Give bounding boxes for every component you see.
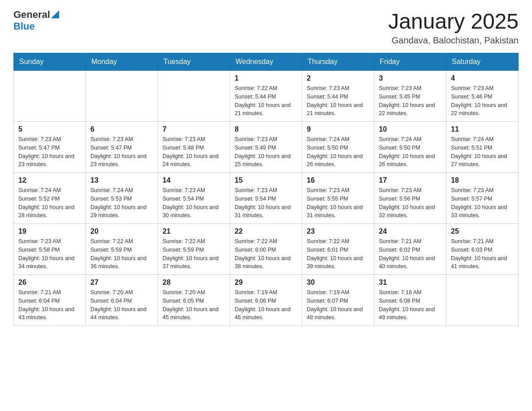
weekday-header-row: SundayMondayTuesdayWednesdayThursdayFrid… [14, 53, 519, 71]
day-number: 8 [235, 125, 297, 133]
day-number: 11 [451, 125, 514, 133]
calendar-cell: 29Sunrise: 7:19 AM Sunset: 6:06 PM Dayli… [230, 275, 302, 326]
calendar-cell: 2Sunrise: 7:23 AM Sunset: 5:44 PM Daylig… [302, 71, 374, 122]
calendar-cell: 10Sunrise: 7:24 AM Sunset: 5:50 PM Dayli… [374, 122, 446, 173]
day-number: 31 [379, 278, 442, 287]
calendar-cell: 12Sunrise: 7:24 AM Sunset: 5:52 PM Dayli… [14, 173, 86, 224]
day-info: Sunrise: 7:24 AM Sunset: 5:50 PM Dayligh… [379, 135, 442, 169]
weekday-header-friday: Friday [374, 53, 446, 71]
day-info: Sunrise: 7:23 AM Sunset: 5:57 PM Dayligh… [451, 186, 514, 220]
day-number: 26 [18, 278, 81, 287]
day-number: 6 [90, 125, 153, 133]
day-info: Sunrise: 7:21 AM Sunset: 6:03 PM Dayligh… [451, 237, 514, 271]
calendar-cell: 17Sunrise: 7:23 AM Sunset: 5:56 PM Dayli… [374, 173, 446, 224]
weekday-header-wednesday: Wednesday [230, 53, 302, 71]
day-number: 27 [90, 278, 153, 287]
calendar-cell [14, 71, 86, 122]
day-number: 29 [235, 278, 297, 287]
day-number: 7 [163, 125, 225, 133]
day-info: Sunrise: 7:19 AM Sunset: 6:06 PM Dayligh… [235, 288, 297, 322]
day-info: Sunrise: 7:24 AM Sunset: 5:51 PM Dayligh… [451, 135, 514, 169]
logo-blue-text: Blue [13, 21, 35, 32]
day-info: Sunrise: 7:22 AM Sunset: 6:00 PM Dayligh… [235, 237, 297, 271]
day-number: 20 [90, 227, 153, 235]
calendar-cell: 26Sunrise: 7:21 AM Sunset: 6:04 PM Dayli… [14, 275, 86, 326]
day-number: 25 [451, 227, 514, 235]
calendar-cell: 7Sunrise: 7:23 AM Sunset: 5:48 PM Daylig… [158, 122, 230, 173]
svg-marker-0 [51, 10, 59, 18]
day-info: Sunrise: 7:24 AM Sunset: 5:52 PM Dayligh… [18, 186, 81, 220]
day-info: Sunrise: 7:23 AM Sunset: 5:54 PM Dayligh… [163, 186, 225, 220]
calendar-cell: 5Sunrise: 7:23 AM Sunset: 5:47 PM Daylig… [14, 122, 86, 173]
day-info: Sunrise: 7:23 AM Sunset: 5:45 PM Dayligh… [379, 84, 442, 118]
day-number: 12 [18, 176, 81, 184]
day-info: Sunrise: 7:22 AM Sunset: 5:59 PM Dayligh… [163, 237, 225, 271]
weekday-header-sunday: Sunday [14, 53, 86, 71]
day-number: 1 [235, 74, 297, 82]
weekday-header-saturday: Saturday [446, 53, 519, 71]
day-info: Sunrise: 7:21 AM Sunset: 6:04 PM Dayligh… [18, 288, 81, 322]
calendar-cell: 20Sunrise: 7:22 AM Sunset: 5:59 PM Dayli… [86, 224, 158, 275]
calendar-cell: 25Sunrise: 7:21 AM Sunset: 6:03 PM Dayli… [446, 224, 519, 275]
calendar-week-row: 5Sunrise: 7:23 AM Sunset: 5:47 PM Daylig… [14, 122, 519, 173]
weekday-header-monday: Monday [86, 53, 158, 71]
day-number: 16 [307, 176, 369, 184]
calendar-cell [158, 71, 230, 122]
day-info: Sunrise: 7:23 AM Sunset: 5:58 PM Dayligh… [18, 237, 81, 271]
calendar-cell: 31Sunrise: 7:18 AM Sunset: 6:08 PM Dayli… [374, 275, 446, 326]
day-info: Sunrise: 7:22 AM Sunset: 6:01 PM Dayligh… [307, 237, 369, 271]
day-number: 4 [451, 74, 514, 82]
month-title: January 2025 [388, 9, 519, 34]
day-number: 15 [235, 176, 297, 184]
calendar-cell: 28Sunrise: 7:20 AM Sunset: 6:05 PM Dayli… [158, 275, 230, 326]
day-info: Sunrise: 7:20 AM Sunset: 6:04 PM Dayligh… [90, 288, 153, 322]
calendar-cell: 13Sunrise: 7:24 AM Sunset: 5:53 PM Dayli… [86, 173, 158, 224]
calendar-cell [446, 275, 519, 326]
day-info: Sunrise: 7:22 AM Sunset: 5:44 PM Dayligh… [235, 84, 297, 118]
day-info: Sunrise: 7:24 AM Sunset: 5:50 PM Dayligh… [307, 135, 369, 169]
day-number: 24 [379, 227, 442, 235]
logo: General Blue [13, 9, 59, 32]
weekday-header-tuesday: Tuesday [158, 53, 230, 71]
day-number: 21 [163, 227, 225, 235]
day-number: 18 [451, 176, 514, 184]
day-info: Sunrise: 7:23 AM Sunset: 5:55 PM Dayligh… [307, 186, 369, 220]
calendar-cell: 16Sunrise: 7:23 AM Sunset: 5:55 PM Dayli… [302, 173, 374, 224]
calendar-cell: 3Sunrise: 7:23 AM Sunset: 5:45 PM Daylig… [374, 71, 446, 122]
calendar-cell: 22Sunrise: 7:22 AM Sunset: 6:00 PM Dayli… [230, 224, 302, 275]
day-info: Sunrise: 7:23 AM Sunset: 5:54 PM Dayligh… [235, 186, 297, 220]
calendar-cell: 19Sunrise: 7:23 AM Sunset: 5:58 PM Dayli… [14, 224, 86, 275]
day-info: Sunrise: 7:20 AM Sunset: 6:05 PM Dayligh… [163, 288, 225, 322]
day-number: 3 [379, 74, 442, 82]
day-number: 30 [307, 278, 369, 287]
calendar-cell: 30Sunrise: 7:19 AM Sunset: 6:07 PM Dayli… [302, 275, 374, 326]
day-info: Sunrise: 7:23 AM Sunset: 5:48 PM Dayligh… [163, 135, 225, 169]
calendar-cell: 11Sunrise: 7:24 AM Sunset: 5:51 PM Dayli… [446, 122, 519, 173]
day-info: Sunrise: 7:18 AM Sunset: 6:08 PM Dayligh… [379, 288, 442, 322]
page-header: General Blue January 2025 Gandava, Baloc… [13, 9, 519, 46]
day-info: Sunrise: 7:23 AM Sunset: 5:56 PM Dayligh… [379, 186, 442, 220]
calendar-cell: 21Sunrise: 7:22 AM Sunset: 5:59 PM Dayli… [158, 224, 230, 275]
day-number: 17 [379, 176, 442, 184]
day-number: 23 [307, 227, 369, 235]
day-number: 5 [18, 125, 81, 133]
calendar-table: SundayMondayTuesdayWednesdayThursdayFrid… [13, 53, 519, 326]
location-subtitle: Gandava, Balochistan, Pakistan [388, 35, 519, 46]
calendar-cell: 8Sunrise: 7:23 AM Sunset: 5:49 PM Daylig… [230, 122, 302, 173]
calendar-cell: 4Sunrise: 7:23 AM Sunset: 5:46 PM Daylig… [446, 71, 519, 122]
calendar-cell: 6Sunrise: 7:23 AM Sunset: 5:47 PM Daylig… [86, 122, 158, 173]
calendar-week-row: 26Sunrise: 7:21 AM Sunset: 6:04 PM Dayli… [14, 275, 519, 326]
day-info: Sunrise: 7:24 AM Sunset: 5:53 PM Dayligh… [90, 186, 153, 220]
day-info: Sunrise: 7:23 AM Sunset: 5:49 PM Dayligh… [235, 135, 297, 169]
day-number: 28 [163, 278, 225, 287]
weekday-header-thursday: Thursday [302, 53, 374, 71]
calendar-week-row: 1Sunrise: 7:22 AM Sunset: 5:44 PM Daylig… [14, 71, 519, 122]
day-number: 19 [18, 227, 81, 235]
calendar-cell [86, 71, 158, 122]
calendar-cell: 1Sunrise: 7:22 AM Sunset: 5:44 PM Daylig… [230, 71, 302, 122]
calendar-cell: 15Sunrise: 7:23 AM Sunset: 5:54 PM Dayli… [230, 173, 302, 224]
day-info: Sunrise: 7:23 AM Sunset: 5:46 PM Dayligh… [451, 84, 514, 118]
day-info: Sunrise: 7:23 AM Sunset: 5:44 PM Dayligh… [307, 84, 369, 118]
calendar-week-row: 12Sunrise: 7:24 AM Sunset: 5:52 PM Dayli… [14, 173, 519, 224]
calendar-cell: 14Sunrise: 7:23 AM Sunset: 5:54 PM Dayli… [158, 173, 230, 224]
